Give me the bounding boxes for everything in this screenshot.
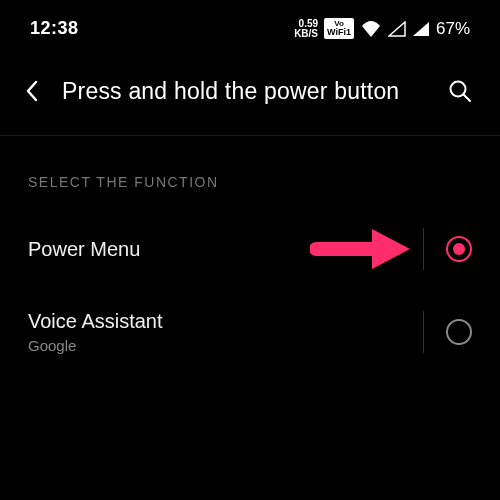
svg-point-0 [451,82,466,97]
signal-icon-2 [412,21,430,37]
option-voice-assistant[interactable]: Voice Assistant Google [0,290,500,374]
wifi-icon [360,20,382,38]
section-label: SELECT THE FUNCTION [0,136,500,208]
option-subtitle: Google [28,337,423,354]
app-header: Press and hold the power button [0,47,500,135]
search-button[interactable] [442,73,478,109]
radio-power-menu[interactable] [446,236,472,262]
signal-icon-1 [388,21,406,37]
option-text: Voice Assistant Google [28,310,423,354]
search-icon [448,79,472,103]
status-bar: 12:38 0.59 KB/S Vo WiFi1 67% [0,0,500,47]
status-time: 12:38 [30,18,79,39]
option-power-menu[interactable]: Power Menu [0,208,500,290]
vertical-divider [423,311,424,353]
status-right: 0.59 KB/S Vo WiFi1 67% [294,18,470,39]
network-speed: 0.59 KB/S [294,19,318,39]
back-button[interactable] [16,75,48,107]
battery-percentage: 67% [436,19,470,39]
option-text: Power Menu [28,238,423,261]
vowifi-badge: Vo WiFi1 [324,18,354,39]
chevron-left-icon [25,80,39,102]
option-title: Power Menu [28,238,423,261]
radio-voice-assistant[interactable] [446,319,472,345]
page-title: Press and hold the power button [62,78,428,105]
option-title: Voice Assistant [28,310,423,333]
svg-line-1 [464,95,470,101]
vertical-divider [423,228,424,270]
